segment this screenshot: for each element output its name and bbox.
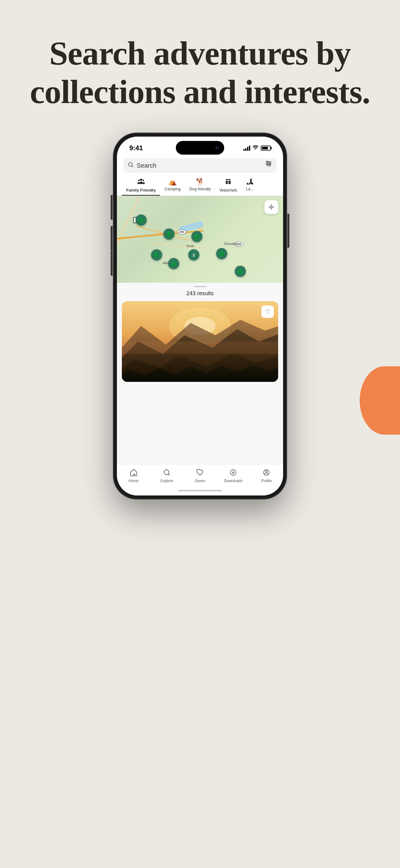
svg-point-9: [138, 180, 139, 181]
phone-screen: 9:41: [117, 136, 283, 495]
tab-waterfalls[interactable]: Waterfalls: [215, 177, 241, 195]
svg-rect-25: [122, 341, 278, 354]
profile-icon: [263, 469, 270, 477]
map-background: 101 200 299 Korb. Glendale Allia. 🌲 🌲 🌲 …: [117, 196, 283, 283]
nav-downloads[interactable]: Downloads: [217, 469, 250, 483]
svg-point-5: [269, 163, 271, 164]
mountain-illustration: [122, 301, 278, 382]
results-count: 243 results: [117, 289, 283, 301]
wifi-icon: [253, 145, 258, 151]
dynamic-island: [176, 141, 224, 155]
tab-camping[interactable]: ⛺ Camping: [160, 177, 185, 195]
family-friendly-icon: [137, 179, 145, 187]
camping-icon: ⛺: [168, 179, 177, 185]
hero-headline: Search adventures by collections and int…: [25, 34, 375, 111]
tab-dog-friendly[interactable]: 🐕 Dog friendly: [185, 177, 215, 195]
drag-handle[interactable]: [194, 286, 206, 287]
search-filter-icon[interactable]: [265, 160, 272, 168]
svg-point-4: [267, 161, 268, 163]
card-image: [122, 301, 278, 382]
search-input-text[interactable]: Search: [137, 162, 264, 169]
home-icon: [130, 469, 138, 477]
status-time: 9:41: [129, 144, 143, 152]
tab-lakes[interactable]: 🏞 La...: [241, 177, 258, 195]
nav-saves-label: Saves: [195, 479, 205, 483]
location-button[interactable]: [265, 200, 278, 214]
phone-frame: 9:41: [113, 133, 287, 499]
svg-point-26: [164, 470, 169, 475]
svg-rect-13: [226, 179, 231, 180]
map-area[interactable]: 101 200 299 Korb. Glendale Allia. 🌲 🌲 🌲 …: [117, 196, 283, 283]
search-bar[interactable]: Search ✕: [123, 158, 277, 173]
phone-wrapper: 9:41: [0, 127, 400, 499]
nav-explore-label: Explore: [160, 479, 173, 483]
tab-family-friendly[interactable]: Family Friendly: [122, 177, 160, 195]
downloads-icon: [229, 469, 237, 477]
status-icons: [243, 145, 271, 151]
card-favorite-button[interactable]: ♡: [261, 306, 274, 318]
svg-point-29: [265, 471, 267, 472]
tab-camping-label: Camping: [164, 187, 180, 191]
nav-profile[interactable]: Profile: [250, 469, 283, 483]
nav-home-label: Home: [129, 479, 139, 483]
tab-lakes-label: La...: [246, 187, 254, 191]
results-section: 243 results: [117, 283, 283, 464]
svg-rect-15: [229, 181, 231, 184]
town-korb: Korb.: [187, 244, 195, 248]
tab-waterfalls-label: Waterfalls: [220, 188, 237, 192]
tab-dog-friendly-label: Dog friendly: [189, 187, 210, 191]
svg-point-12: [142, 182, 145, 184]
home-indicator: [117, 486, 283, 495]
category-tabs: Family Friendly ⛺ Camping 🐕 Dog friendly: [117, 177, 283, 196]
search-magnifier-icon: [128, 162, 134, 169]
svg-point-7: [140, 179, 142, 181]
dog-friendly-icon: 🐕: [196, 179, 204, 185]
svg-point-11: [142, 180, 144, 181]
camera-dot: [215, 146, 219, 150]
search-section: Search ✕: [117, 154, 283, 177]
adventure-card[interactable]: ♡: [122, 301, 278, 382]
waterfalls-icon: [225, 179, 232, 187]
svg-point-8: [139, 182, 143, 184]
nav-profile-label: Profile: [261, 479, 272, 483]
bottom-nav: Home Explore: [117, 464, 283, 486]
nav-explore[interactable]: Explore: [150, 469, 183, 483]
hero-section: Search adventures by collections and int…: [0, 0, 400, 127]
tab-family-friendly-label: Family Friendly: [126, 188, 156, 192]
saves-icon: [196, 469, 204, 477]
battery-icon: [261, 146, 271, 151]
signal-icon: [243, 145, 250, 151]
town-glendale: Glendale: [224, 242, 237, 246]
status-bar: 9:41: [117, 136, 283, 154]
explore-icon: [163, 469, 171, 477]
nav-saves[interactable]: Saves: [183, 469, 216, 483]
svg-point-17: [271, 207, 272, 208]
svg-rect-14: [226, 181, 228, 184]
nav-downloads-label: Downloads: [224, 479, 242, 483]
lakes-icon: 🏞: [246, 179, 253, 185]
home-indicator-bar: [178, 490, 222, 491]
svg-point-10: [137, 182, 140, 184]
nav-home[interactable]: Home: [117, 469, 150, 483]
results-handle-area: [117, 283, 283, 289]
svg-point-6: [267, 164, 269, 166]
